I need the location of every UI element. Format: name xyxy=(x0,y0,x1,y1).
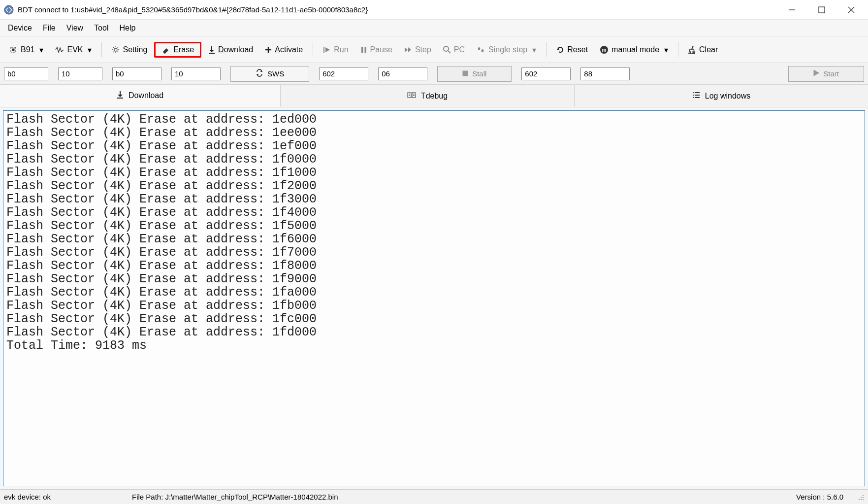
menu-tool[interactable]: Tool xyxy=(89,21,113,35)
reset-button[interactable]: Reset xyxy=(551,42,593,57)
eraser-icon xyxy=(161,46,170,54)
separator xyxy=(101,42,102,57)
field-row: SWS Stall Start xyxy=(0,63,868,85)
stall-label: Stall xyxy=(472,69,486,78)
list-icon xyxy=(692,92,700,101)
svg-line-12 xyxy=(113,47,114,48)
field-c2[interactable] xyxy=(378,67,427,80)
single-step-button[interactable]: Single step ▾ xyxy=(472,42,541,58)
status-device: evk device: ok xyxy=(4,493,122,501)
board-label: EVK xyxy=(67,45,83,54)
window-title: BDT connect to 1:usb#vid_248a&pid_5320#5… xyxy=(18,5,777,14)
refresh-icon xyxy=(556,46,564,54)
waveform-icon xyxy=(55,46,64,53)
step-button[interactable]: Step xyxy=(399,42,436,57)
pause-button[interactable]: Pause xyxy=(355,42,397,57)
play-icon xyxy=(323,46,331,53)
svg-rect-37 xyxy=(412,93,416,98)
sws-button[interactable]: SWS xyxy=(230,66,309,82)
start-button[interactable]: Start xyxy=(788,66,864,82)
resize-grip-icon[interactable] xyxy=(857,494,864,501)
download-button[interactable]: Download xyxy=(203,42,258,57)
separator xyxy=(313,42,313,57)
field-b1[interactable] xyxy=(112,67,161,80)
status-filepath: File Path: J:\matter\Matter_chipTool_RCP… xyxy=(132,493,786,501)
single-step-label: Single step xyxy=(488,45,527,54)
minimize-button[interactable] xyxy=(777,1,807,19)
svg-point-52 xyxy=(861,499,862,500)
board-selector[interactable]: EVK ▾ xyxy=(50,42,96,58)
tab-log-label: Log windows xyxy=(705,92,751,101)
gear-icon xyxy=(112,46,120,54)
close-button[interactable] xyxy=(836,1,866,19)
field-d1[interactable] xyxy=(521,67,571,80)
field-c1[interactable] xyxy=(319,67,368,80)
tab-log-windows[interactable]: Log windows xyxy=(575,85,868,107)
setting-button[interactable]: Setting xyxy=(107,42,152,57)
svg-rect-21 xyxy=(361,47,363,53)
status-bar: evk device: ok File Path: J:\matter\Matt… xyxy=(0,489,868,504)
chip-label: B91 xyxy=(21,45,34,54)
field-a1[interactable] xyxy=(4,67,48,80)
svg-point-25 xyxy=(478,47,481,50)
maximize-button[interactable] xyxy=(807,1,836,19)
svg-line-30 xyxy=(690,51,691,54)
stall-button[interactable]: Stall xyxy=(437,66,512,82)
svg-point-26 xyxy=(482,49,484,52)
toolbar: B91 ▾ EVK ▾ Setting Erase Download Activ… xyxy=(0,36,868,63)
svg-rect-6 xyxy=(12,49,15,51)
svg-line-29 xyxy=(692,46,693,49)
stop-icon xyxy=(462,69,468,78)
manual-mode-button[interactable]: m manual mode ▾ xyxy=(595,42,673,58)
menu-file[interactable]: File xyxy=(38,21,61,35)
manual-mode-label: manual mode xyxy=(611,45,659,54)
erase-label: Erase xyxy=(173,45,194,54)
run-button[interactable]: Run xyxy=(318,42,353,57)
svg-line-32 xyxy=(693,51,694,54)
debug-icon xyxy=(407,91,416,101)
search-icon xyxy=(443,46,451,54)
svg-point-49 xyxy=(861,497,862,498)
svg-point-53 xyxy=(863,499,864,500)
svg-line-13 xyxy=(118,52,119,53)
clear-button[interactable]: Clear xyxy=(683,42,723,57)
svg-line-14 xyxy=(118,47,119,48)
download-icon xyxy=(117,91,124,101)
field-a2[interactable] xyxy=(58,67,102,80)
step-forward-icon xyxy=(404,46,412,53)
sws-label: SWS xyxy=(267,69,284,78)
tab-download[interactable]: Download xyxy=(0,85,281,107)
tab-row: Download Tdebug Log windows xyxy=(0,85,868,107)
menu-device[interactable]: Device xyxy=(3,21,37,35)
menu-help[interactable]: Help xyxy=(114,21,140,35)
run-label: Run xyxy=(334,45,348,54)
activate-label: Activate xyxy=(275,45,303,54)
chip-icon xyxy=(9,45,18,54)
app-icon xyxy=(4,5,14,15)
clear-label: Clear xyxy=(699,45,718,54)
tab-tdebug[interactable]: Tdebug xyxy=(281,85,575,107)
tab-download-label: Download xyxy=(129,91,163,100)
svg-rect-22 xyxy=(364,47,366,53)
menu-view[interactable]: View xyxy=(62,21,88,35)
step-label: Step xyxy=(415,45,431,54)
svg-point-7 xyxy=(114,48,117,51)
pause-label: Pause xyxy=(370,45,392,54)
erase-button[interactable]: Erase xyxy=(154,42,201,58)
download-icon xyxy=(208,46,215,54)
tab-tdebug-label: Tdebug xyxy=(421,92,448,101)
separator xyxy=(678,42,678,57)
svg-point-48 xyxy=(863,495,864,496)
svg-point-23 xyxy=(444,46,449,51)
pause-icon xyxy=(360,46,367,53)
pc-button[interactable]: PC xyxy=(438,42,470,57)
field-d2[interactable] xyxy=(580,67,630,80)
plus-icon xyxy=(265,46,272,53)
separator xyxy=(546,42,547,57)
chip-selector[interactable]: B91 ▾ xyxy=(4,42,48,58)
sync-icon xyxy=(256,69,263,78)
field-b2[interactable] xyxy=(171,67,221,80)
setting-label: Setting xyxy=(123,45,147,54)
log-pane[interactable]: Flash Sector (4K) Erase at address: 1ed0… xyxy=(3,110,865,486)
activate-button[interactable]: Activate xyxy=(260,42,308,57)
